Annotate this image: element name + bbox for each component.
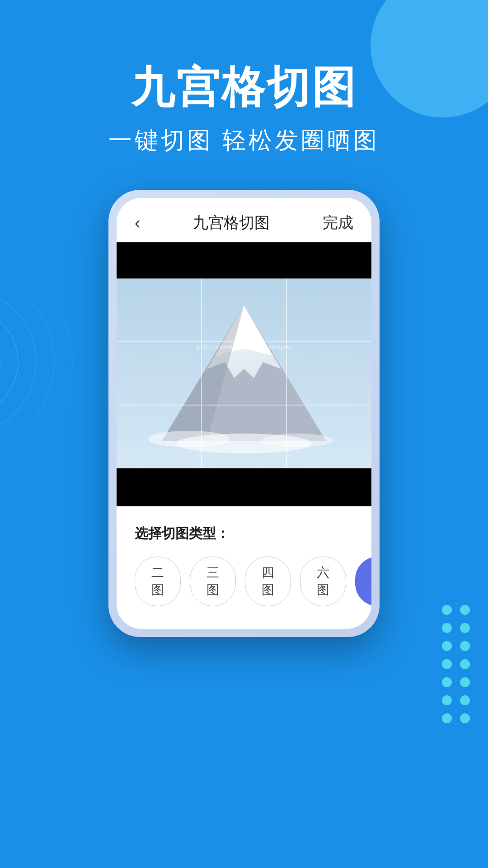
back-button[interactable]: ‹ bbox=[135, 213, 141, 233]
image-viewer: If life is a movie. Oh you're the best p… bbox=[117, 242, 371, 506]
screen-title: 九宫格切图 bbox=[193, 212, 270, 233]
cut-btn-four[interactable]: 四图 bbox=[245, 557, 291, 606]
black-bar-bottom bbox=[117, 470, 371, 506]
svg-point-12 bbox=[176, 434, 312, 453]
header-section: 九宫格切图 一键切图 轻松发圈晒图 bbox=[0, 0, 488, 156]
cut-btn-nine[interactable]: 九图 bbox=[355, 557, 371, 606]
image-grid-container: If life is a movie. Oh you're the best p… bbox=[117, 278, 371, 470]
bg-rings-decoration bbox=[0, 294, 99, 429]
phone-outer-frame: ‹ 九宫格切图 完成 bbox=[108, 190, 380, 637]
mountain-scene: If life is a movie. Oh you're the best p… bbox=[117, 278, 371, 468]
black-bar-top bbox=[117, 242, 371, 278]
screen-header: ‹ 九宫格切图 完成 bbox=[117, 198, 371, 242]
main-title: 九宫格切图 bbox=[0, 63, 488, 111]
cut-btn-six[interactable]: 六图 bbox=[300, 557, 346, 606]
svg-text:If life is a movie. Oh you're : If life is a movie. Oh you're the best p… bbox=[196, 343, 292, 350]
sub-title: 一键切图 轻松发圈晒图 bbox=[0, 125, 488, 156]
svg-point-3 bbox=[0, 294, 54, 429]
cut-btn-three[interactable]: 三图 bbox=[190, 557, 236, 606]
cut-type-buttons: 二图 三图 四图 六图 九图 bbox=[135, 557, 353, 606]
bottom-section: 选择切图类型： 二图 三图 四图 六图 九图 bbox=[117, 506, 371, 629]
cut-btn-two[interactable]: 二图 bbox=[135, 557, 181, 606]
svg-point-1 bbox=[0, 307, 18, 416]
done-button[interactable]: 完成 bbox=[323, 212, 353, 233]
phone-screen: ‹ 九宫格切图 完成 bbox=[117, 198, 371, 629]
dots-decoration bbox=[442, 605, 470, 723]
cut-type-label: 选择切图类型： bbox=[135, 524, 353, 543]
phone-mockup: ‹ 九宫格切图 完成 bbox=[108, 190, 380, 637]
